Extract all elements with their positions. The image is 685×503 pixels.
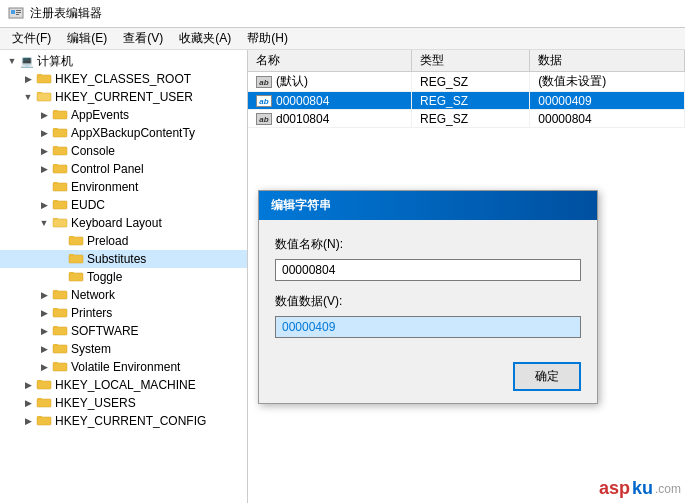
tree-label-volatile-env: Volatile Environment (71, 360, 180, 374)
tree-panel: ▼💻计算机▶HKEY_CLASSES_ROOT▼HKEY_CURRENT_USE… (0, 50, 248, 503)
tree-label-preload: Preload (87, 234, 128, 248)
svg-rect-10 (53, 111, 67, 119)
tree-item-environment[interactable]: Environment (0, 178, 247, 196)
name-input[interactable] (275, 259, 581, 281)
tree-expander-software[interactable]: ▶ (36, 326, 52, 336)
tree-item-hkey-classes-root[interactable]: ▶HKEY_CLASSES_ROOT (0, 70, 247, 88)
folder-icon-hkey-local-machine (36, 377, 52, 393)
right-panel: 名称 类型 数据 ab(默认)REG_SZ(数值未设置)ab00000804RE… (248, 50, 685, 503)
tree-label-keyboard-layout: Keyboard Layout (71, 216, 162, 230)
folder-icon-volatile-env (52, 359, 68, 375)
name-label: 数值名称(N): (275, 236, 581, 253)
folder-icon-hkey-current-user (36, 89, 52, 105)
svg-rect-18 (53, 183, 67, 191)
tree-label-software: SOFTWARE (71, 324, 139, 338)
tree-expander-computer[interactable]: ▼ (4, 56, 20, 66)
tree-item-hkey-users[interactable]: ▶HKEY_USERS (0, 394, 247, 412)
folder-icon-substitutes (68, 251, 84, 267)
tree-item-system[interactable]: ▶System (0, 340, 247, 358)
tree-item-keyboard-layout[interactable]: ▼Keyboard Layout (0, 214, 247, 232)
tree-item-control-panel[interactable]: ▶Control Panel (0, 160, 247, 178)
tree-label-eudc: EUDC (71, 198, 105, 212)
tree-item-appevents[interactable]: ▶AppEvents (0, 106, 247, 124)
tree-expander-hkey-users[interactable]: ▶ (20, 398, 36, 408)
menu-item-help[interactable]: 帮助(H) (239, 28, 296, 49)
tree-item-hkey-current-user[interactable]: ▼HKEY_CURRENT_USER (0, 88, 247, 106)
tree-expander-hkey-local-machine[interactable]: ▶ (20, 380, 36, 390)
folder-icon-environment (52, 179, 68, 195)
tree-label-console: Console (71, 144, 115, 158)
menu-item-file[interactable]: 文件(F) (4, 28, 59, 49)
folder-icon-appevents (52, 107, 68, 123)
tree-item-eudc[interactable]: ▶EUDC (0, 196, 247, 214)
tree-label-toggle: Toggle (87, 270, 122, 284)
tree-expander-eudc[interactable]: ▶ (36, 200, 52, 210)
folder-icon-hkey-current-config (36, 413, 52, 429)
tree-expander-appevents[interactable]: ▶ (36, 110, 52, 120)
svg-rect-44 (37, 417, 51, 425)
data-label: 数值数据(V): (275, 293, 581, 310)
title-bar: 注册表编辑器 (0, 0, 685, 28)
tree-item-computer[interactable]: ▼💻计算机 (0, 52, 247, 70)
tree-label-system: System (71, 342, 111, 356)
tree-label-hkey-classes-root: HKEY_CLASSES_ROOT (55, 72, 191, 86)
tree-label-computer: 计算机 (37, 53, 73, 70)
svg-rect-12 (53, 129, 67, 137)
menu-item-favorites[interactable]: 收藏夹(A) (171, 28, 239, 49)
svg-rect-14 (53, 147, 67, 155)
tree-item-toggle[interactable]: Toggle (0, 268, 247, 286)
svg-rect-6 (37, 75, 51, 83)
tree-label-hkey-local-machine: HKEY_LOCAL_MACHINE (55, 378, 196, 392)
data-input[interactable] (275, 316, 581, 338)
tree-item-printers[interactable]: ▶Printers (0, 304, 247, 322)
tree-item-volatile-env[interactable]: ▶Volatile Environment (0, 358, 247, 376)
tree-expander-printers[interactable]: ▶ (36, 308, 52, 318)
tree-item-hkey-local-machine[interactable]: ▶HKEY_LOCAL_MACHINE (0, 376, 247, 394)
folder-icon-computer: 💻 (20, 55, 34, 68)
tree-expander-volatile-env[interactable]: ▶ (36, 362, 52, 372)
folder-icon-console (52, 143, 68, 159)
menu-bar: 文件(F)编辑(E)查看(V)收藏夹(A)帮助(H) (0, 28, 685, 50)
tree-expander-hkey-classes-root[interactable]: ▶ (20, 74, 36, 84)
tree-label-printers: Printers (71, 306, 112, 320)
folder-icon-software (52, 323, 68, 339)
tree-item-preload[interactable]: Preload (0, 232, 247, 250)
dialog-title: 编辑字符串 (259, 191, 597, 220)
watermark-ku: ku (632, 478, 653, 499)
tree-expander-hkey-current-config[interactable]: ▶ (20, 416, 36, 426)
dialog-body: 数值名称(N): 数值数据(V): (259, 220, 597, 362)
tree-label-environment: Environment (71, 180, 138, 194)
svg-rect-1 (11, 10, 15, 14)
main-content: ▼💻计算机▶HKEY_CLASSES_ROOT▼HKEY_CURRENT_USE… (0, 50, 685, 503)
tree-item-hkey-current-config[interactable]: ▶HKEY_CURRENT_CONFIG (0, 412, 247, 430)
menu-item-view[interactable]: 查看(V) (115, 28, 171, 49)
svg-rect-2 (16, 10, 21, 11)
tree-item-appxbackup[interactable]: ▶AppXBackupContentTy (0, 124, 247, 142)
tree-expander-system[interactable]: ▶ (36, 344, 52, 354)
tree-expander-keyboard-layout[interactable]: ▼ (36, 218, 52, 228)
menu-item-edit[interactable]: 编辑(E) (59, 28, 115, 49)
svg-rect-30 (53, 291, 67, 299)
svg-rect-16 (53, 165, 67, 173)
tree-item-console[interactable]: ▶Console (0, 142, 247, 160)
folder-icon-keyboard-layout (52, 215, 68, 231)
tree-expander-network[interactable]: ▶ (36, 290, 52, 300)
edit-string-dialog: 编辑字符串 数值名称(N): 数值数据(V): 确定 (258, 190, 598, 404)
tree-item-substitutes[interactable]: Substitutes (0, 250, 247, 268)
tree-expander-console[interactable]: ▶ (36, 146, 52, 156)
dialog-overlay: 编辑字符串 数值名称(N): 数值数据(V): 确定 (248, 50, 685, 503)
tree-label-hkey-current-user: HKEY_CURRENT_USER (55, 90, 193, 104)
ok-button[interactable]: 确定 (513, 362, 581, 391)
dialog-footer: 确定 (259, 362, 597, 403)
folder-icon-hkey-classes-root (36, 71, 52, 87)
tree-expander-appxbackup[interactable]: ▶ (36, 128, 52, 138)
tree-expander-control-panel[interactable]: ▶ (36, 164, 52, 174)
tree-label-appevents: AppEvents (71, 108, 129, 122)
tree-expander-hkey-current-user[interactable]: ▼ (20, 92, 36, 102)
svg-rect-36 (53, 345, 67, 353)
folder-icon-hkey-users (36, 395, 52, 411)
tree-item-network[interactable]: ▶Network (0, 286, 247, 304)
folder-icon-appxbackup (52, 125, 68, 141)
svg-rect-40 (37, 381, 51, 389)
tree-item-software[interactable]: ▶SOFTWARE (0, 322, 247, 340)
